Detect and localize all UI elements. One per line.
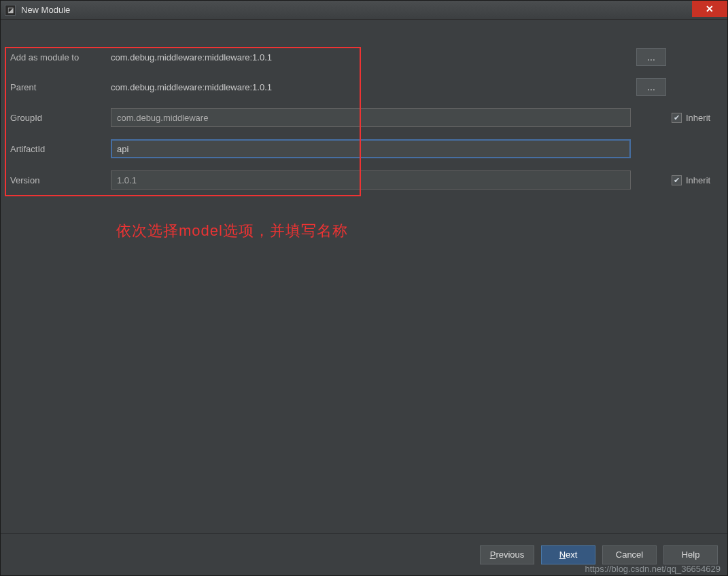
previous-button[interactable]: Previous [480,545,534,564]
dialog-footer: Previous Next Cancel Help [1,533,727,575]
help-button[interactable]: Help [663,545,718,564]
module-form: Add as module to com.debug.middleware:mi… [10,48,718,190]
groupid-inherit-label: Inherit [686,113,710,123]
groupid-input[interactable] [111,108,631,127]
next-button-rest: ext [566,550,577,560]
artifactid-input[interactable] [111,139,631,158]
groupid-inherit[interactable]: Inherit [672,113,710,123]
parent-value: com.debug.middleware:middleware:1.0.1 [111,82,631,92]
next-button[interactable]: Next [541,545,595,564]
version-inherit-label: Inherit [686,175,710,185]
version-inherit[interactable]: Inherit [672,175,710,185]
add-as-module-value: com.debug.middleware:middleware:1.0.1 [111,52,631,62]
cancel-button[interactable]: Cancel [602,545,657,564]
groupid-label: GroupId [10,113,105,123]
parent-browse-button[interactable]: ... [636,78,666,96]
new-module-dialog: ◪ New Module Add as module to com.debug.… [0,0,728,576]
app-icon: ◪ [5,5,16,16]
close-button[interactable] [692,1,727,17]
artifactid-label: ArtifactId [10,144,105,154]
annotation-text: 依次选择model选项，并填写名称 [116,221,348,241]
dialog-content: Add as module to com.debug.middleware:mi… [1,20,727,533]
window-title: New Module [21,5,70,15]
groupid-inherit-checkbox[interactable] [672,113,682,123]
title-bar: ◪ New Module [1,1,727,20]
previous-button-rest: revious [496,550,524,560]
version-label: Version [10,175,105,185]
parent-label: Parent [10,82,105,92]
version-input[interactable] [111,170,631,190]
add-as-module-label: Add as module to [10,52,105,62]
version-inherit-checkbox[interactable] [672,175,682,185]
add-as-module-browse-button[interactable]: ... [636,48,666,66]
